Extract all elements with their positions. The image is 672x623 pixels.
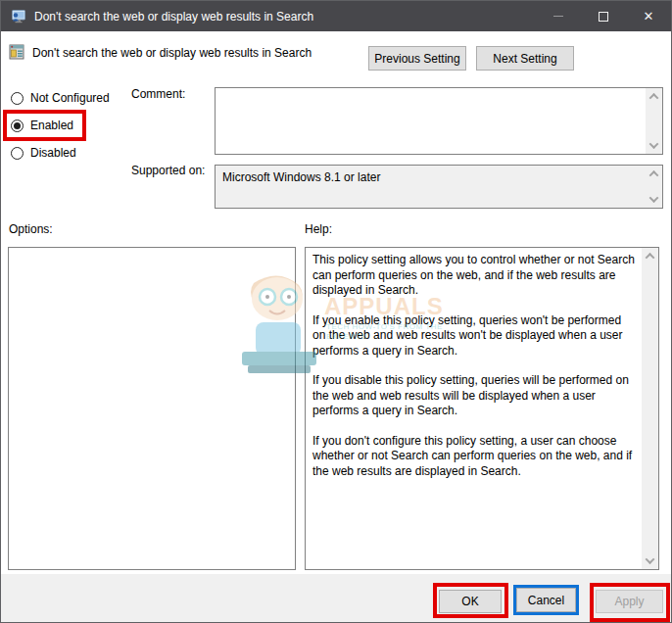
supported-on-label: Supported on: <box>131 164 205 177</box>
apply-button[interactable]: Apply <box>596 590 663 613</box>
close-button[interactable]: ✕ <box>626 1 671 31</box>
chevron-up-icon <box>649 93 659 103</box>
scroll-up-button[interactable] <box>646 166 662 182</box>
chevron-down-icon <box>646 554 655 564</box>
comment-textarea[interactable] <box>216 88 646 154</box>
help-text: This policy setting allows you to contro… <box>306 248 642 569</box>
cancel-button[interactable]: Cancel <box>516 588 576 612</box>
minimize-button[interactable] <box>536 1 581 31</box>
radio-disabled-label[interactable]: Disabled <box>30 146 76 160</box>
chevron-down-icon <box>649 193 659 203</box>
maximize-button[interactable] <box>581 1 626 31</box>
supported-scrollbar[interactable] <box>646 166 662 208</box>
radio-not-configured-label[interactable]: Not Configured <box>30 91 110 105</box>
help-paragraph: If you don't configure this policy setti… <box>312 434 636 480</box>
radio-enabled[interactable]: Enabled <box>11 119 73 132</box>
options-panel <box>8 247 296 570</box>
setting-title: Don't search the web or display web resu… <box>32 46 312 60</box>
previous-setting-button[interactable]: Previous Setting <box>368 46 466 71</box>
ok-button[interactable]: OK <box>439 590 502 613</box>
help-paragraph: This policy setting allows you to contro… <box>312 253 636 299</box>
radio-not-configured[interactable]: Not Configured <box>11 91 110 105</box>
supported-on-value: Microsoft Windows 8.1 or later <box>222 170 380 184</box>
scroll-down-button[interactable] <box>646 137 662 154</box>
comment-scrollbar[interactable] <box>646 88 662 154</box>
radio-enabled-circle[interactable] <box>11 120 24 132</box>
gpedit-icon <box>11 9 26 24</box>
comment-label: Comment: <box>131 87 185 101</box>
next-setting-button[interactable]: Next Setting <box>476 46 574 71</box>
comment-box <box>215 87 663 155</box>
scroll-up-button[interactable] <box>646 88 662 105</box>
help-paragraph: If you enable this policy setting, queri… <box>312 313 636 359</box>
help-paragraph: If you disable this policy setting, quer… <box>312 373 636 419</box>
scroll-up-button[interactable] <box>642 248 658 264</box>
cancel-focus-ring: Cancel <box>513 585 579 615</box>
window-title: Don't search the web or display web resu… <box>34 10 313 24</box>
titlebar: Don't search the web or display web resu… <box>1 1 671 31</box>
radio-enabled-label[interactable]: Enabled <box>30 119 73 132</box>
radio-disabled[interactable]: Disabled <box>11 146 76 160</box>
help-label: Help: <box>305 222 332 236</box>
chevron-down-icon <box>649 139 659 149</box>
policy-setting-icon <box>9 44 24 60</box>
scroll-down-button[interactable] <box>646 191 662 208</box>
caption-buttons: ✕ <box>536 1 671 31</box>
scroll-down-button[interactable] <box>642 552 658 569</box>
options-label: Options: <box>9 222 53 236</box>
close-icon: ✕ <box>644 10 654 23</box>
maximize-icon <box>599 12 608 22</box>
help-scrollbar[interactable] <box>642 248 658 569</box>
supported-on-box: Microsoft Windows 8.1 or later <box>215 165 663 209</box>
radio-disabled-circle[interactable] <box>11 147 24 160</box>
radio-not-configured-circle[interactable] <box>11 92 24 105</box>
chevron-up-icon <box>646 253 655 263</box>
policy-setting-dialog: Don't search the web or display web resu… <box>0 0 672 623</box>
chevron-up-icon <box>649 170 659 180</box>
help-panel: This policy setting allows you to contro… <box>305 247 659 570</box>
minimize-icon <box>553 16 563 17</box>
